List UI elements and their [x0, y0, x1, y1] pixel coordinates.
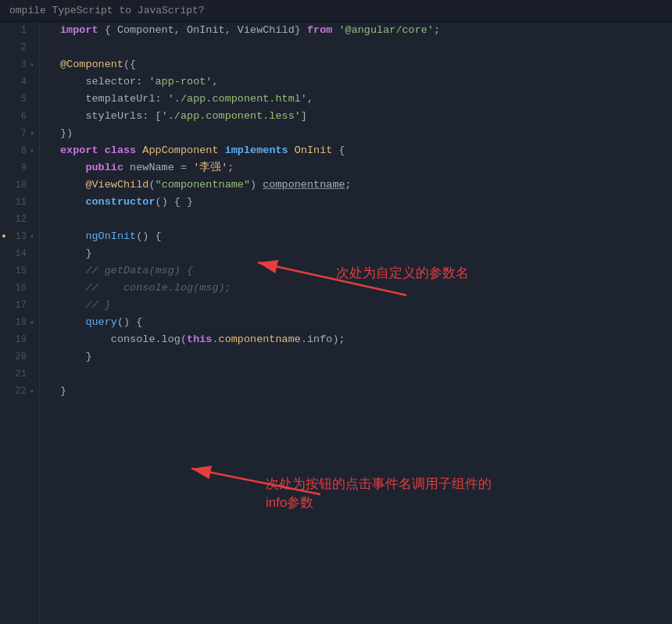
fold-icon[interactable]: ▾ — [28, 129, 36, 138]
breakpoint-dot[interactable]: ● — [0, 61, 8, 69]
token: styleUrls: [ — [60, 108, 162, 125]
line-number-row: ●9 — [0, 159, 39, 177]
code-area: ●1●2●3▾●4●5●6●7▾●8▾●9●10●11●12●13▾●14●15… — [0, 22, 672, 624]
breakpoint-dot[interactable]: ● — [0, 301, 8, 309]
code-line — [49, 39, 672, 56]
token — [332, 22, 338, 39]
line-number: 4 — [9, 77, 27, 87]
fold-icon[interactable]: ▾ — [28, 60, 36, 70]
line-number: 10 — [9, 180, 27, 191]
token — [60, 177, 85, 194]
breakpoint-dot[interactable]: ● — [0, 216, 8, 223]
breakpoint-dot[interactable]: ● — [0, 387, 8, 395]
breakpoint-dot[interactable]: ● — [0, 370, 8, 378]
token: }) — [60, 125, 73, 142]
line-number: 6 — [9, 111, 27, 122]
token: OnInit — [295, 142, 333, 159]
breakpoint-dot[interactable]: ● — [0, 130, 8, 137]
line-number-row: ●11 — [0, 194, 39, 211]
token: () { — [117, 314, 142, 331]
line-number-row: ●13▾ — [0, 228, 39, 245]
breakpoint-dot[interactable]: ● — [0, 44, 8, 52]
token: query — [85, 314, 117, 331]
line-number-row: ●4 — [0, 73, 39, 91]
token: AppComponent — [142, 142, 218, 159]
line-number: 12 — [9, 214, 27, 225]
fold-icon[interactable]: ▾ — [28, 146, 36, 155]
token: this — [187, 331, 212, 348]
breakpoint-dot[interactable]: ● — [0, 27, 8, 34]
token: 'app-root' — [148, 73, 212, 91]
line-number-row: ●10 — [0, 177, 39, 194]
token: ngOnInit — [60, 228, 136, 245]
line-number: 9 — [9, 162, 27, 173]
breakpoint-dot[interactable]: ● — [0, 250, 8, 258]
fold-icon[interactable]: ▾ — [28, 232, 36, 241]
fold-icon[interactable]: ▾ — [28, 318, 36, 327]
token: () { — [136, 228, 161, 245]
code-line: // console.log(msg); — [49, 280, 672, 297]
token — [98, 142, 105, 159]
code-line: selector: 'app-root', — [49, 73, 672, 91]
token: componentname — [219, 331, 301, 348]
breakpoint-dot[interactable]: ● — [0, 319, 8, 326]
code-line: query() { — [49, 314, 672, 331]
code-line — [49, 365, 672, 383]
token: // } — [60, 297, 111, 314]
token: ( — [148, 177, 155, 194]
line-number: 11 — [9, 197, 27, 208]
line-number: 20 — [9, 351, 27, 362]
line-numbers: ●1●2●3▾●4●5●6●7▾●8▾●9●10●11●12●13▾●14●15… — [0, 22, 40, 624]
code-line: public newName = '李强'; — [49, 159, 672, 177]
line-number-row: ●20 — [0, 348, 39, 365]
breakpoint-dot[interactable]: ● — [0, 78, 8, 86]
token — [60, 159, 85, 177]
token: './app.component.html' — [168, 91, 307, 108]
code-line: } — [49, 348, 672, 365]
token: @Component — [60, 56, 123, 73]
code-line: @ViewChild("componentname") componentnam… — [49, 177, 672, 194]
line-number-row: ●14 — [0, 245, 39, 262]
breakpoint-dot[interactable]: ● — [0, 336, 8, 344]
line-number-row: ●21 — [0, 365, 39, 383]
line-number-row: ●15 — [0, 262, 39, 280]
code-line: // getData(msg) { — [49, 262, 672, 280]
breakpoint-dot[interactable]: ● — [0, 112, 8, 120]
code-content[interactable]: import { Component, OnInit, ViewChild} f… — [40, 22, 672, 624]
code-line: constructor() { } — [49, 194, 672, 211]
line-number-row: ●5 — [0, 91, 39, 108]
line-number: 19 — [9, 334, 27, 345]
token: // console.log(msg); — [60, 280, 231, 297]
line-number: 7 — [9, 128, 27, 139]
code-line: } — [49, 383, 672, 400]
token: export — [60, 142, 98, 159]
line-number-row: ●1 — [0, 22, 39, 39]
breakpoint-dot[interactable]: ● — [0, 233, 8, 241]
code-line: @Component({ — [49, 56, 672, 73]
line-number: 22 — [9, 386, 27, 397]
line-number: 5 — [9, 94, 27, 105]
line-number-row: ●7▾ — [0, 125, 39, 142]
breakpoint-dot[interactable]: ● — [0, 181, 8, 189]
token: componentname — [263, 177, 345, 194]
token: "componentname" — [155, 177, 251, 194]
fold-icon[interactable]: ▾ — [28, 387, 36, 396]
breakpoint-dot[interactable]: ● — [0, 95, 8, 103]
breakpoint-dot[interactable]: ● — [0, 147, 8, 155]
breakpoint-dot[interactable]: ● — [0, 164, 8, 172]
breakpoint-dot[interactable]: ● — [0, 198, 8, 206]
token: constructor — [85, 194, 155, 211]
line-number: 21 — [9, 369, 27, 380]
breakpoint-dot[interactable]: ● — [0, 267, 8, 275]
token: } — [60, 348, 92, 365]
breakpoint-dot[interactable]: ● — [0, 284, 8, 292]
breakpoint-dot[interactable]: ● — [0, 353, 8, 361]
token — [60, 194, 85, 211]
token: from — [307, 22, 332, 39]
token — [219, 142, 225, 159]
token: () { } — [155, 194, 194, 211]
line-number: 16 — [9, 283, 27, 294]
token: , — [212, 73, 218, 91]
code-line: } — [49, 245, 672, 262]
token: selector: — [60, 73, 148, 91]
